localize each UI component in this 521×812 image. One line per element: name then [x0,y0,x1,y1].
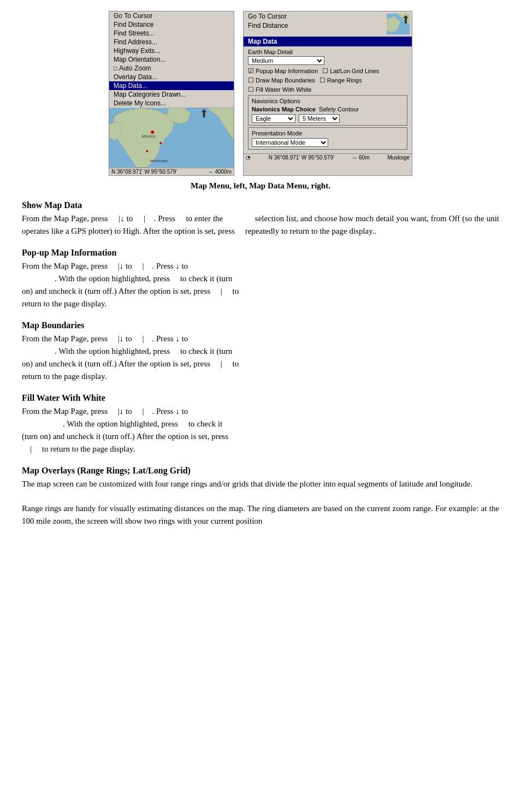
svg-point-2 [159,142,162,144]
earth-map-detail-select-row: Medium [248,56,407,65]
navionics-header-row: Navionics Map Choice Safety Contour [252,106,404,112]
left-menu-item-highway-exits: Highway Exits... [109,46,234,55]
left-zoom: ↔ 4000m [208,169,232,175]
right-section-header: Map Data [244,37,412,46]
svg-point-3 [146,150,148,152]
left-menu-item-find-address: Find Address... [109,38,234,46]
presentation-mode-select[interactable]: International Mode [252,138,328,147]
section-text-map-boundaries: From the Map Page, press |↓ to | . Press… [22,333,499,383]
right-coords: N 36°08.971' W 95°50.579' [269,155,334,161]
section-text-fill-water: From the Map Page, press |↓ to | . Press… [22,405,499,456]
popup-map-text: Popup Map Information [256,68,318,74]
left-menu-item-map-categories: Map Categories Drawn... [109,90,234,99]
safety-contour-label: Safety Contour [319,106,359,112]
screenshots-area: Go To Cursor Find Distance Find Streets.… [22,11,499,176]
section-text-show-map-data: From the Map Page, press |↓ to | . Press… [22,212,499,238]
section-text-popup-map-info: From the Map Page, press |↓ to | . Press… [22,260,499,311]
left-menu-item-delete-icons: Delete My Icons... [109,99,234,108]
right-menu-find-distance: Find Distance [244,21,292,30]
section-map-boundaries: Map Boundaries From the Map Page, press … [22,321,499,383]
navionics-options-title: Navionics Options [252,98,404,104]
draw-map-row: ☐ Draw Map Boundaries ☐ Range Rings [248,76,407,84]
section-map-overlays: Map Overlays (Range Rings; Lat/Long Grid… [22,466,499,528]
popup-map-label: ☑ Popup Map Information [248,67,318,75]
presentation-mode-box: Presentation Mode International Mode [248,127,407,150]
left-coords: N 36°08.971' W 95°50.579' [111,169,177,175]
draw-map-label: ☐ Draw Map Boundaries [248,76,315,84]
left-menu-screenshot: Go To Cursor Find Distance Find Streets.… [109,11,234,176]
right-menu-icon-area [387,14,410,34]
section-text-map-overlays-2: Range rings are handy for visually estim… [22,502,499,528]
earth-map-detail-select[interactable]: Medium [248,56,324,65]
navionics-map-select[interactable]: Eagle [252,114,295,123]
svg-text:Mexico: Mexico [141,134,156,139]
left-menu-item-map-data: Map Data... [109,81,234,90]
caption: Map Menu, left, Map Data Menu, right. [22,181,499,191]
right-compass-icon: ◔ [246,155,251,161]
range-rings-label: ☐ Range Rings [319,76,362,84]
left-menu-item-goto-cursor: Go To Cursor [109,11,234,20]
left-menu-item-find-streets: Find Streets... [109,29,234,38]
section-title-popup-map-info: Pop-up Map Information [22,248,499,258]
svg-text:Venezuela: Venezuela [150,159,167,163]
earth-map-detail-label: Earth Map Detail [248,49,407,55]
safety-contour-select[interactable]: 5 Meters [299,114,340,123]
navionics-map-choice-label: Navionics Map Choice [252,106,316,112]
fill-water-text: Fill Water With White [256,86,311,93]
right-menu-screenshot: Go To Cursor Find Distance Map Data Eart… [243,11,412,176]
section-fill-water: Fill Water With White From the Map Page,… [22,393,499,456]
section-title-fill-water: Fill Water With White [22,393,499,403]
section-popup-map-info: Pop-up Map Information From the Map Page… [22,248,499,311]
section-show-map-data: Show Map Data From the Map Page, press |… [22,200,499,238]
left-menu-item-overlay-data: Overlay Data... [109,73,234,81]
right-status-bar: ◔ N 36°08.971' W 95°50.579' ↔ 60m Muskog… [244,153,412,161]
draw-map-text: Draw Map Boundaries [256,77,315,84]
right-section-body: Earth Map Detail Medium ☑ Popup Map Info… [244,46,412,153]
right-menu-goto-cursor: Go To Cursor [244,11,292,21]
right-place-label: Muskoge [387,155,410,161]
section-title-map-overlays: Map Overlays (Range Rings; Lat/Long Grid… [22,466,499,476]
left-menu-item-auto-zoom: □ Auto Zoom [109,64,234,73]
navionics-options-box: Navionics Options Navionics Map Choice S… [248,95,407,126]
lat-lon-label: ☐ Lat/Lon Grid Lines [322,67,379,75]
left-menu-item-map-orientation: Map Orientation... [109,55,234,64]
lat-lon-text: Lat/Lon Grid Lines [330,68,379,74]
range-rings-text: Range Rings [327,77,362,84]
popup-map-row: ☑ Popup Map Information ☐ Lat/Lon Grid L… [248,67,407,75]
section-title-show-map-data: Show Map Data [22,200,499,210]
presentation-mode-title: Presentation Mode [252,130,404,137]
fill-water-label: ☐ Fill Water With White [248,86,311,93]
navionics-select-row: Eagle 5 Meters [252,114,404,123]
left-menu-item-find-distance: Find Distance [109,20,234,29]
section-title-map-boundaries: Map Boundaries [22,321,499,330]
left-status-bar: N 36°08.971' W 95°50.579' ↔ 4000m [109,168,234,175]
map-preview-left: Mexico Venezuela [109,108,234,168]
fill-water-row: ☐ Fill Water With White [248,86,407,93]
content-sections: Show Map Data From the Map Page, press |… [22,200,499,527]
section-text-map-overlays-1: The map screen can be customized with fo… [22,478,499,490]
right-zoom: ↔ 60m [352,155,370,161]
